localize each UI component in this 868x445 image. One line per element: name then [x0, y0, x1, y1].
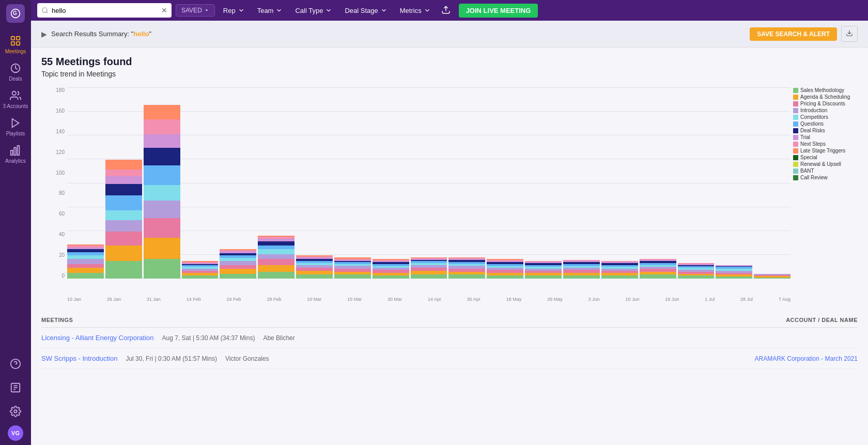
search-input[interactable] — [52, 7, 158, 14]
svg-text:G: G — [13, 10, 17, 16]
x-label: 10 Mar — [307, 297, 321, 302]
bar-segment — [563, 275, 600, 279]
legend-color — [793, 168, 798, 174]
bar-segment — [105, 170, 142, 176]
filter-metrics-button[interactable]: Metrics — [396, 5, 435, 17]
bar-segment — [144, 201, 180, 218]
bar-segment — [144, 218, 180, 238]
x-label: 18 May — [506, 297, 522, 302]
sidebar-item-settings[interactable] — [8, 402, 23, 421]
svg-point-7 — [12, 91, 16, 95]
sidebar-item-playlists[interactable]: Playlists — [0, 113, 31, 141]
legend-label: Trial — [800, 134, 810, 140]
bar-segment — [105, 245, 142, 261]
meeting-meta: Aug 7, Sat | 5:30 AM (34:37 Mins) — [162, 334, 255, 342]
bar-segment — [411, 271, 447, 275]
bar-segment — [144, 165, 180, 185]
legend-item: Agenda & Scheduling — [793, 94, 858, 100]
bar-group — [105, 160, 142, 279]
calltype-chevron-icon — [325, 7, 332, 14]
bar-group — [448, 257, 485, 279]
bar-group — [67, 244, 104, 279]
bar-group — [525, 261, 562, 279]
bar-group — [220, 249, 256, 279]
svg-rect-10 — [14, 148, 16, 156]
bar-segment — [258, 265, 295, 272]
chart-y-axis: 180 160 140 120 100 80 60 40 20 0 — [41, 87, 65, 279]
metrics-chevron-icon — [424, 7, 431, 14]
bar-segment — [105, 232, 142, 245]
filter-dealstage-button[interactable]: Deal Stage — [340, 5, 391, 17]
legend-item: Call Review — [793, 175, 858, 180]
bar-group — [563, 260, 600, 279]
sidebar-item-deals[interactable]: Deals — [0, 58, 31, 86]
bar-group — [754, 274, 791, 279]
saved-button[interactable]: SAVED — [176, 4, 215, 17]
filter-team-button[interactable]: Team — [253, 5, 287, 17]
legend-item: Trial — [793, 134, 858, 140]
sidebar-item-analytics[interactable]: Analytics — [0, 141, 31, 168]
bar-segment — [67, 259, 104, 264]
svg-point-18 — [14, 410, 17, 413]
bar-segment — [525, 275, 562, 279]
meeting-title-link[interactable]: SW Scripps - Introduction — [41, 355, 117, 362]
save-search-alert-button[interactable]: SAVE SEARCH & ALERT — [750, 27, 837, 41]
topbar: ✕ SAVED Rep Team Call Type Deal Stage Me… — [31, 0, 868, 21]
bar-segment — [144, 119, 180, 134]
summary-bar: ▶ Search Results Summary: "hello" SAVE S… — [31, 21, 868, 48]
legend-color — [793, 88, 798, 93]
main-area: ✕ SAVED Rep Team Call Type Deal Stage Me… — [31, 0, 868, 445]
x-label: 16 Jun — [665, 297, 679, 302]
summary-query: hello — [133, 30, 149, 38]
sidebar: G Meetings Deals 3 Accounts Playlists An… — [0, 0, 31, 445]
sidebar-item-help[interactable] — [8, 354, 23, 374]
filter-rep-button[interactable]: Rep — [219, 5, 249, 17]
sidebar-label-accounts: 3 Accounts — [3, 103, 28, 109]
legend-item: Sales Methodology — [793, 87, 858, 93]
sidebar-item-accounts[interactable]: 3 Accounts — [0, 86, 31, 113]
legend-label: Introduction — [800, 108, 827, 113]
legend-color — [793, 162, 798, 167]
filter-calltype-button[interactable]: Call Type — [291, 5, 336, 17]
download-button[interactable] — [841, 26, 858, 42]
join-live-meeting-button[interactable]: JOIN LIVE MEETING — [459, 4, 538, 18]
team-chevron-icon — [275, 7, 283, 14]
bar-segment — [220, 261, 256, 265]
legend-color — [793, 108, 798, 113]
meeting-rep: Victor Gonzales — [225, 355, 269, 362]
legend-color — [793, 155, 798, 160]
bar-segment — [754, 278, 791, 279]
sidebar-item-meetings[interactable]: Meetings — [0, 31, 31, 58]
legend-color — [793, 135, 798, 140]
bar-segment — [67, 273, 104, 279]
bar-segment — [144, 105, 180, 119]
legend-color — [793, 148, 798, 154]
content-area: ▶ Search Results Summary: "hello" SAVE S… — [31, 21, 868, 445]
account-col-header: ACCOUNT / DEAL NAME — [786, 317, 858, 323]
bar-segment — [105, 220, 142, 232]
bar-group — [411, 257, 447, 279]
legend-color — [793, 95, 798, 100]
meeting-title-link[interactable]: Licensing - Alliant Energy Corporation — [41, 334, 154, 342]
x-label: 1 Jul — [705, 297, 715, 302]
sidebar-item-scorecard[interactable] — [8, 378, 23, 397]
x-label: 30 Mar — [388, 297, 402, 302]
search-clear-button[interactable]: ✕ — [161, 6, 167, 14]
search-box[interactable]: ✕ — [37, 3, 172, 18]
x-label: 15 Mar — [347, 297, 362, 302]
x-label: 28 Feb — [267, 297, 281, 302]
table-row: SW Scripps - Introduction Jul 30, Fri | … — [41, 348, 858, 369]
x-label: 14 Apr — [428, 297, 441, 302]
legend-label: BANT — [800, 168, 814, 174]
legend-item: Late Stage Triggers — [793, 148, 858, 154]
legend-item: Special — [793, 155, 858, 160]
x-label: 10 Jan — [67, 297, 81, 302]
dealstage-chevron-icon — [380, 7, 388, 14]
avatar[interactable]: VG — [8, 425, 23, 441]
upload-button[interactable] — [439, 3, 453, 18]
legend-color — [793, 142, 798, 147]
chart-bars — [67, 87, 791, 279]
legend-item: Deal Risks — [793, 128, 858, 133]
meeting-account[interactable]: ARAMARK Corporation - March 2021 — [755, 355, 858, 362]
bar-segment — [678, 275, 715, 279]
